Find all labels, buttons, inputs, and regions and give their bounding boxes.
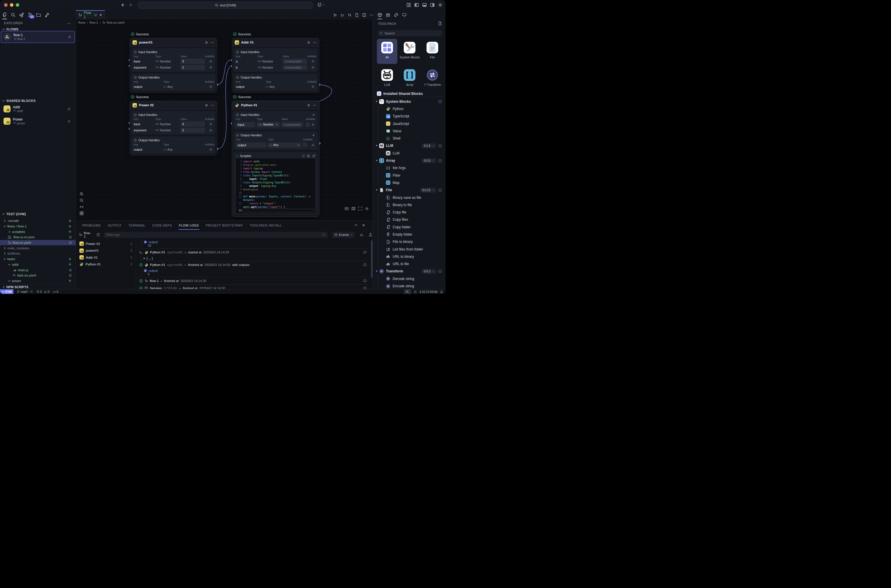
- block-item-filter[interactable]: Filter: [373, 172, 446, 179]
- handle-settings-icon[interactable]: [311, 143, 315, 147]
- panel-tab-problems[interactable]: PROBLEMS: [82, 224, 101, 227]
- node-more-icon[interactable]: [313, 104, 316, 107]
- nullable-checkbox[interactable]: [303, 143, 307, 147]
- info-icon[interactable]: [438, 270, 442, 273]
- handle-settings-icon[interactable]: [209, 129, 213, 132]
- log-expand-row[interactable]: { ... }: [141, 256, 371, 261]
- shared-block-item-power[interactable]: JSPowerpower: [2, 116, 74, 126]
- handle-settings-icon[interactable]: [311, 66, 315, 69]
- toolpack-category-array[interactable]: Array: [400, 66, 420, 92]
- breadcrumb[interactable]: flows› flow-1› flow.oo.yaml: [78, 21, 124, 24]
- tree-item-task-oo-yaml[interactable]: task.oo.yamlU: [0, 273, 76, 278]
- shared-block-settings-icon[interactable]: [67, 119, 71, 123]
- zoom-out-icon[interactable]: [80, 198, 84, 202]
- toolpack-category-file[interactable]: File: [422, 39, 442, 64]
- minimap-icon[interactable]: [351, 206, 356, 211]
- git-branch-status[interactable]: main*: [17, 290, 33, 293]
- block-item-list-files-from-folder[interactable]: List files from folder: [373, 246, 446, 253]
- breadcrumb-flow-1[interactable]: flow-1: [90, 21, 98, 24]
- tree-item-main-js[interactable]: JSmain.jsU: [0, 267, 76, 273]
- swap-connections-icon[interactable]: [347, 13, 352, 17]
- panel-tab-output[interactable]: OUTPUT: [108, 224, 122, 227]
- block-item-decode-string[interactable]: Decode string: [373, 275, 446, 282]
- handle-value-input[interactable]: <connected>: [283, 65, 307, 70]
- block-item-copy-flies[interactable]: Copy flies: [373, 216, 446, 224]
- flow-node-power1[interactable]: JSpower#1Input HandlesKeyTypeValueNullab…: [130, 38, 217, 93]
- ports-status[interactable]: 0: [53, 290, 58, 293]
- log-event-row[interactable]: Sessionfc597a9c»finished at2025/6/3 14:1…: [139, 284, 371, 290]
- comment-icon[interactable]: [363, 250, 367, 254]
- tree-item-slotflows[interactable]: slotflows: [0, 251, 76, 256]
- log-flow-selector[interactable]: flow-1: [79, 231, 93, 238]
- info-icon[interactable]: [438, 188, 442, 192]
- docs-icon[interactable]: [307, 154, 310, 158]
- handle-settings-icon[interactable]: [209, 85, 213, 88]
- activity-explorer-icon[interactable]: [2, 12, 7, 18]
- scriptlet-code-editor[interactable]: 1import math2#region generated meta3impo…: [236, 159, 315, 213]
- block-item-empty-folder[interactable]: Empty folder: [373, 231, 446, 238]
- comment-icon[interactable]: [363, 263, 367, 267]
- panel-tab-code-deps[interactable]: CODE DEPS: [152, 224, 172, 227]
- problems-status[interactable]: 0 0: [36, 290, 50, 293]
- handle-value-input[interactable]: 2: [180, 65, 205, 70]
- flow-node-power2[interactable]: JSPower #2Input HandlesKeyTypeValueNulla…: [130, 101, 217, 156]
- screenshot-icon[interactable]: [345, 206, 349, 211]
- tree-item-addr[interactable]: addr: [0, 262, 76, 267]
- open-editor-icon[interactable]: [312, 154, 315, 158]
- block-section-transform[interactable]: Transform0.0.3: [373, 268, 446, 275]
- explorer-more-icon[interactable]: [67, 21, 71, 26]
- shared-blocks-section-header[interactable]: SHARED BLOCKS: [2, 99, 36, 102]
- handle-value-input[interactable]: <connected>: [283, 58, 307, 64]
- handle-key-input[interactable]: output: [236, 142, 266, 148]
- toolpack-category-transform[interactable]: Transform: [422, 66, 442, 92]
- tree-item-flow-oo-yaml[interactable]: flow.oo.yamlU: [0, 240, 76, 246]
- info-icon[interactable]: [438, 144, 442, 148]
- panel-close-icon[interactable]: [362, 224, 366, 227]
- tab-flow-1[interactable]: Flow 1 U: [76, 10, 105, 20]
- block-item-encode-string[interactable]: Encode string: [373, 282, 446, 290]
- node-run-icon[interactable]: [307, 40, 310, 44]
- log-node-python-1[interactable]: Python #12: [76, 261, 136, 268]
- panel-tab-flow-logs[interactable]: FLOW LOGS: [179, 224, 199, 227]
- tree-item-node-modules[interactable]: node_modules: [0, 245, 76, 251]
- block-item-python[interactable]: Python: [373, 105, 446, 112]
- block-item-binary-to-file[interactable]: Binary to file: [373, 201, 446, 208]
- python-runtime-label[interactable]: 3.10.12 64-bit: [420, 290, 437, 293]
- panel-collapse-icon[interactable]: [354, 224, 358, 227]
- zoom-window-button[interactable]: [16, 3, 19, 7]
- gift-icon[interactable]: [386, 12, 390, 17]
- tab-close-icon[interactable]: [99, 13, 102, 16]
- shared-block-settings-icon[interactable]: [67, 107, 71, 111]
- shared-block-item-addr[interactable]: JSAddraddr: [2, 104, 74, 114]
- status-zoom-button[interactable]: [404, 290, 411, 294]
- flow-node-python1[interactable]: Python #1Input HandlesKeyTypeValueNullab…: [232, 101, 320, 217]
- toolpack-category-system-blocks[interactable]: System Blocks: [400, 39, 420, 64]
- panel-tab-project-bootstrap[interactable]: PROJECT BOOTSTRAP: [206, 224, 243, 227]
- block-section-system-blocks[interactable]: System Blocks: [373, 98, 446, 105]
- chat-icon[interactable]: [402, 12, 406, 17]
- handle-settings-icon[interactable]: [311, 123, 315, 126]
- block-item-file-to-binary[interactable]: File to binary: [373, 238, 446, 246]
- handle-settings-icon[interactable]: [311, 85, 315, 88]
- block-item-binary-save-as-file[interactable]: Binary save as file: [373, 194, 446, 201]
- tree-item-scriptlets[interactable]: scriptlets: [0, 229, 76, 234]
- split-editor-icon[interactable]: [362, 13, 366, 17]
- toggle-bottom-panel-icon[interactable]: [422, 3, 427, 7]
- minimize-window-button[interactable]: [10, 3, 14, 7]
- nullable-checkbox[interactable]: [306, 123, 310, 126]
- settings-gear-icon[interactable]: [438, 3, 442, 7]
- block-section-file[interactable]: File0.0.10: [373, 186, 446, 194]
- toolpack-search-input[interactable]: Search: [378, 30, 442, 36]
- zoom-in-icon[interactable]: [80, 192, 84, 196]
- log-export-icon[interactable]: [368, 233, 372, 237]
- handle-value-input[interactable]: <connected>: [281, 122, 303, 127]
- version-dropdown[interactable]: 0.0.3: [422, 269, 436, 274]
- activity-key-icon[interactable]: [44, 12, 50, 18]
- tree-item--flow-ui-oo-json[interactable]: .flow.ui.oo.jsonU: [0, 234, 76, 240]
- panel-tab-toolpack-install[interactable]: TOOLPACK INSTALL: [250, 224, 282, 227]
- flow-list-item-flow-1[interactable]: flow-1 flow-1: [1, 31, 75, 43]
- block-section-llm[interactable]: LLM0.2.6: [373, 142, 446, 150]
- log-stats-icon[interactable]: [360, 233, 364, 237]
- layout-auto-icon[interactable]: [80, 211, 84, 216]
- run-flow-icon[interactable]: [333, 13, 337, 17]
